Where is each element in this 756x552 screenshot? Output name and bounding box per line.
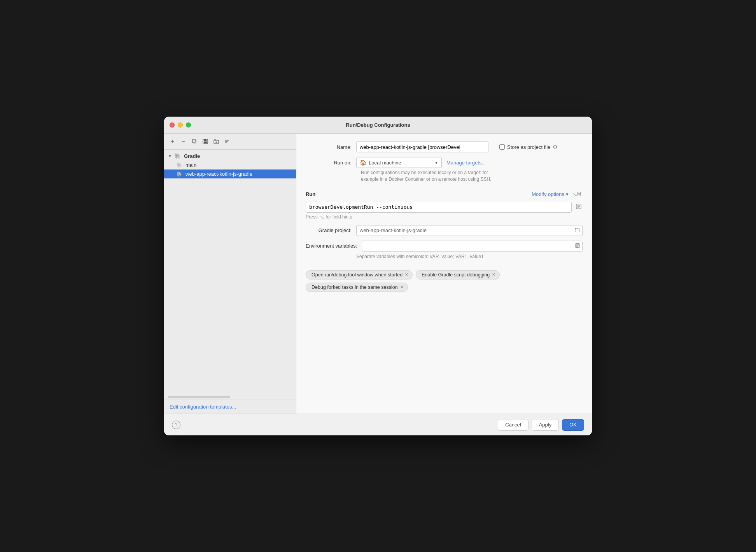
name-label: Name: — [306, 144, 356, 150]
run-command-browse-icon[interactable] — [575, 203, 583, 212]
run-on-row: Run on: 🏠 Local machine ▼ Local machine … — [306, 157, 583, 168]
store-project-row: Store as project file ⚙ — [499, 144, 558, 150]
tags-container: Open run/debug tool window when started … — [306, 270, 583, 292]
tag-open-run-debug: Open run/debug tool window when started … — [306, 270, 413, 279]
main-content: + − — [164, 134, 592, 414]
gradle-project-input[interactable] — [356, 225, 583, 236]
close-button[interactable] — [170, 122, 175, 128]
store-project-label: Store as project file — [507, 144, 550, 150]
sidebar-scrollbar-area — [164, 394, 296, 400]
sidebar-item-webapp[interactable]: 🐘 web-app-react-kotlin-js-gradle — [164, 169, 296, 178]
tag-label-open-run-debug: Open run/debug tool window when started — [312, 272, 402, 278]
cancel-button[interactable]: Cancel — [498, 419, 528, 431]
sidebar-tree: ▼ 🐘 Gradle 🐘 main 🐘 web-app-react-kotlin… — [164, 150, 296, 394]
run-on-hint: Run configurations may be executed local… — [361, 169, 583, 183]
store-project-checkbox[interactable] — [499, 144, 505, 150]
tag-close-enable-gradle-debug[interactable]: ✕ — [492, 272, 495, 277]
gradle-input-wrapper — [356, 225, 583, 236]
add-config-button[interactable]: + — [168, 137, 177, 146]
tag-enable-gradle-debug: Enable Gradle script debugging ✕ — [416, 270, 500, 279]
run-config-icon: 🐘 — [177, 162, 182, 168]
window-body: + − — [164, 134, 592, 435]
run-on-label: Run on: — [306, 160, 356, 166]
remove-config-button[interactable]: − — [179, 137, 188, 146]
sort-button[interactable] — [222, 137, 232, 146]
modify-options-button[interactable]: Modify options ▾ ⌥M — [530, 190, 583, 198]
manage-targets-link[interactable]: Manage targets... — [446, 160, 486, 166]
env-vars-row: Environment variables: — [306, 241, 583, 252]
env-vars-hint: Separate variables with semicolon: VAR=v… — [356, 254, 583, 259]
name-input[interactable] — [356, 141, 488, 152]
bottom-bar: ? Cancel Apply OK — [164, 414, 592, 435]
run-section-header: Run Modify options ▾ ⌥M — [306, 190, 583, 198]
window-title: Run/Debug Configurations — [346, 122, 410, 128]
sidebar-footer: Edit configuration templates... — [164, 400, 296, 414]
svg-rect-0 — [193, 140, 196, 143]
right-panel: Name: Store as project file ⚙ Run on: — [296, 134, 592, 414]
save-config-button[interactable] — [201, 137, 210, 146]
modify-options-shortcut: ⌥M — [572, 191, 581, 197]
tag-close-open-run-debug[interactable]: ✕ — [405, 272, 408, 277]
run-config-icon-selected: 🐘 — [177, 171, 182, 177]
sidebar-item-label-webapp: web-app-react-kotlin-js-gradle — [186, 171, 252, 177]
title-bar: Run/Debug Configurations — [164, 117, 592, 134]
modify-options-area: Modify options ▾ ⌥M — [530, 190, 583, 198]
tree-group-label: Gradle — [184, 153, 200, 159]
run-command-input[interactable] — [306, 202, 572, 213]
gradle-project-row: Gradle project: — [306, 225, 583, 236]
svg-rect-1 — [192, 139, 195, 142]
sidebar: + − — [164, 134, 296, 414]
copy-config-button[interactable] — [190, 137, 199, 146]
dialog-window: Run/Debug Configurations + − — [164, 117, 592, 435]
sidebar-item-main[interactable]: 🐘 main — [164, 161, 296, 169]
chevron-down-icon: ▾ — [566, 191, 569, 197]
tag-debug-forked-tasks: Debug forked tasks in the same session ✕ — [306, 283, 408, 292]
svg-rect-4 — [204, 141, 207, 143]
run-section-title: Run — [306, 191, 315, 197]
run-command-hint: Press ⌥ for field hints — [306, 214, 583, 220]
apply-button[interactable]: Apply — [532, 419, 559, 431]
env-input-wrapper — [362, 241, 583, 252]
gradle-browse-icon[interactable] — [575, 227, 580, 234]
help-button[interactable]: ? — [172, 421, 180, 429]
tree-group-gradle: ▼ 🐘 Gradle 🐘 main 🐘 web-app-react-kotlin… — [164, 151, 296, 178]
tag-label-debug-forked-tasks: Debug forked tasks in the same session — [312, 285, 398, 290]
minimize-button[interactable] — [178, 122, 183, 128]
maximize-button[interactable] — [186, 122, 191, 128]
gear-icon[interactable]: ⚙ — [553, 144, 558, 150]
run-command-row — [306, 202, 583, 213]
new-folder-button[interactable] — [212, 137, 221, 146]
tag-close-debug-forked-tasks[interactable]: ✕ — [400, 285, 404, 290]
name-row-right: Store as project file ⚙ — [356, 141, 583, 152]
ok-button[interactable]: OK — [562, 419, 584, 431]
svg-rect-3 — [204, 139, 206, 141]
gradle-project-label: Gradle project: — [306, 227, 356, 233]
bottom-actions: Cancel Apply OK — [498, 419, 584, 431]
tag-label-enable-gradle-debug: Enable Gradle script debugging — [422, 272, 490, 278]
local-machine-select[interactable]: 🏠 Local machine ▼ Local machine — [356, 157, 442, 168]
modify-options-label: Modify options — [532, 191, 564, 197]
name-row: Name: Store as project file ⚙ — [306, 141, 583, 152]
gradle-group-icon: 🐘 — [174, 153, 181, 159]
tree-group-header[interactable]: ▼ 🐘 Gradle — [164, 151, 296, 161]
env-vars-input[interactable] — [362, 241, 583, 252]
chevron-down-icon: ▼ — [168, 154, 173, 158]
sidebar-toolbar: + − — [164, 134, 296, 150]
edit-templates-link[interactable]: Edit configuration templates... — [170, 404, 236, 410]
sidebar-item-label-main: main — [186, 162, 196, 168]
env-vars-label: Environment variables: — [306, 243, 362, 249]
sidebar-scrollbar[interactable] — [168, 396, 230, 398]
env-browse-icon[interactable] — [575, 243, 580, 249]
traffic-lights — [170, 122, 191, 128]
